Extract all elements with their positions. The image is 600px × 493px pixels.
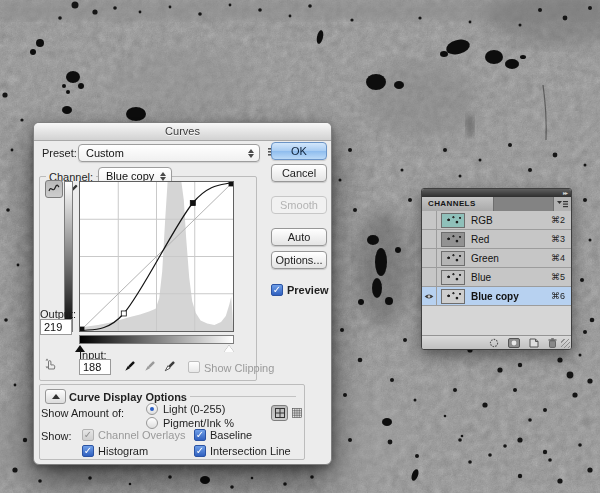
checkbox-icon: ✓ [82,429,94,441]
visibility-toggle[interactable] [422,230,437,248]
ok-button[interactable]: OK [271,142,327,160]
delete-channel-icon[interactable] [548,338,557,348]
channels-panel: ▸▸ CHANNELS RGB⌘2Red⌘3Green⌘4Blue⌘5Blue … [421,188,572,350]
dropdown-arrows-icon [156,172,171,181]
channel-name: Green [471,253,499,264]
options-button[interactable]: Options... [271,251,327,269]
checkbox-label: Intersection Line [210,445,291,457]
panel-empty-area [422,306,571,335]
load-selection-icon[interactable] [489,338,499,348]
show-checkbox-3[interactable]: ✓Intersection Line [194,443,291,458]
show-clipping-label: Show Clipping [204,362,274,374]
gray-point-eyedropper-icon[interactable] [142,359,157,374]
curve-tool-icon [48,184,60,194]
checkbox-icon: ✓ [194,445,206,457]
channel-shortcut: ⌘3 [551,234,565,244]
channel-row-green[interactable]: Green⌘4 [422,249,571,268]
show-checkbox-1[interactable]: ✓Baseline [194,427,291,442]
radio-icon [146,403,158,415]
checkbox-label: Channel Overlays [98,429,185,441]
collapse-panel-icon[interactable]: ▸▸ [563,190,567,196]
channel-shortcut: ⌘5 [551,272,565,282]
channel-name: Blue copy [471,291,519,302]
on-image-adjust-tool-icon[interactable] [43,356,58,371]
new-channel-icon[interactable] [529,338,539,348]
save-selection-icon[interactable] [508,338,520,348]
preset-value: Custom [79,147,244,159]
channel-row-rgb[interactable]: RGB⌘2 [422,211,571,230]
highlight-input-slider[interactable] [224,345,234,352]
channel-list: RGB⌘2Red⌘3Green⌘4Blue⌘5Blue copy⌘6 [422,211,571,306]
input-field[interactable] [79,359,111,375]
eye-icon [424,293,434,300]
visibility-toggle[interactable] [422,287,437,305]
divider [190,396,296,397]
show-checkbox-grid: ✓Channel Overlays✓Baseline✓Histogram✓Int… [82,427,291,458]
channel-thumbnail [441,232,465,247]
show-checkbox-0[interactable]: ✓Channel Overlays [82,427,194,442]
white-point-eyedropper-icon[interactable] [162,359,177,374]
dropdown-arrows-icon [244,149,259,158]
panel-header-bar: ▸▸ [422,189,571,197]
channel-row-blue-copy[interactable]: Blue copy⌘6 [422,287,571,306]
channel-name: RGB [471,215,493,226]
channel-shortcut: ⌘6 [551,291,565,301]
detailed-grid-button[interactable] [288,405,305,421]
black-point-eyedropper-icon[interactable] [122,359,137,374]
preview-label: Preview [287,284,329,296]
curves-dialog: Curves Preset: Custom OK Cancel Smooth A… [33,122,332,465]
channel-row-blue[interactable]: Blue⌘5 [422,268,571,287]
cancel-button[interactable]: Cancel [271,164,327,182]
visibility-toggle[interactable] [422,249,437,267]
channel-row-red[interactable]: Red⌘3 [422,230,571,249]
curve-display-options-toggle[interactable] [45,389,66,404]
simple-grid-button[interactable] [271,405,288,421]
panel-tab-row: CHANNELS [422,197,571,211]
smooth-button[interactable]: Smooth [271,196,327,214]
checkbox-label: Histogram [98,445,148,457]
panel-menu-button[interactable] [553,197,571,211]
auto-button[interactable]: Auto [271,228,327,246]
preview-checkbox[interactable]: ✓ [271,284,283,296]
panel-resize-grip[interactable] [561,339,570,348]
curve-tool-button[interactable] [45,180,63,198]
checkbox-icon: ✓ [82,445,94,457]
channel-name: Blue [471,272,491,283]
curve-plot-area[interactable] [79,181,234,332]
channel-shortcut: ⌘2 [551,215,565,225]
preset-label: Preset: [42,147,77,159]
channel-thumbnail [441,289,465,304]
radio-label: Light (0-255) [163,403,225,415]
checkbox-icon: ✓ [194,429,206,441]
channel-thumbnail [441,270,465,285]
channel-name: Red [471,234,489,245]
collapse-arrow-icon [52,394,60,399]
amount-radio-option-0[interactable]: Light (0-255) [146,402,234,416]
channel-thumbnail [441,213,465,228]
visibility-toggle[interactable] [422,268,437,286]
dialog-title[interactable]: Curves [34,123,331,141]
channel-thumbnail [441,251,465,266]
detailed-grid-icon [292,408,302,418]
preset-dropdown[interactable]: Custom [78,144,260,162]
panel-bottom-bar [422,335,571,349]
show-checkbox-2[interactable]: ✓Histogram [82,443,194,458]
channels-tab[interactable]: CHANNELS [422,197,494,211]
input-gradient-bar [79,335,234,344]
show-amount-radios: Light (0-255)Pigment/Ink % [146,402,234,430]
checkbox-label: Baseline [210,429,252,441]
output-field[interactable] [40,319,72,335]
show-amount-label: Show Amount of: [41,407,124,419]
show-label: Show: [41,430,72,442]
show-clipping-checkbox[interactable] [188,361,200,373]
simple-grid-icon [275,408,285,418]
visibility-toggle[interactable] [422,211,437,229]
desktop: { "curves_dialog": { "title": "Curves", … [0,0,600,493]
channel-shortcut: ⌘4 [551,253,565,263]
panel-menu-icon [557,200,568,209]
